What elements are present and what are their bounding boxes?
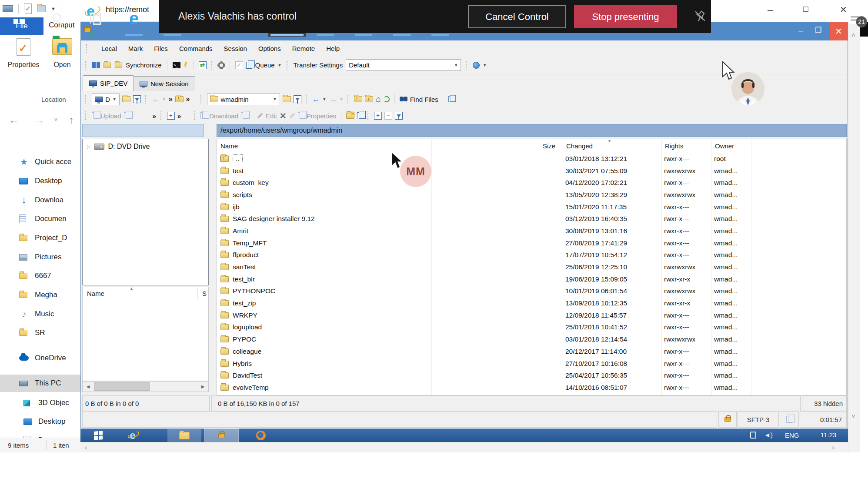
file-row[interactable]: test_zip13/09/2018 10:12:35rwxr-xr-xwmad… [217, 297, 846, 309]
download-background-icon[interactable] [241, 112, 247, 119]
upload-icon[interactable] [92, 112, 98, 119]
encryption-lock-cell[interactable] [718, 411, 737, 428]
forward-arrow-icon[interactable]: → [34, 114, 44, 126]
file-name[interactable]: test_blr [233, 275, 255, 283]
file-row[interactable]: SAG designer installer 9.1203/12/2019 16… [217, 213, 846, 225]
toolbar-grip[interactable] [466, 61, 468, 70]
file-name[interactable]: evolveTemp [233, 384, 269, 392]
stop-presenting-button[interactable]: Stop presenting [574, 5, 677, 28]
up-arrow-icon[interactable]: ↑ [69, 114, 74, 126]
tab-sip-dev[interactable]: SIP_DEV [83, 75, 134, 91]
file-name[interactable]: test_zip [233, 299, 256, 307]
file-name[interactable]: colleague [233, 348, 261, 355]
copy-icon[interactable] [357, 112, 363, 119]
toolbar-grip[interactable] [85, 111, 87, 120]
sidebar-item-desktop[interactable]: Desktop [0, 172, 80, 190]
select-add-icon[interactable]: + [374, 112, 382, 120]
column-header-rights[interactable]: Rights [665, 142, 684, 150]
duplicate-session-icon[interactable] [448, 96, 454, 102]
cancel-control-button[interactable]: Cancel Control [468, 5, 566, 28]
sidebar-item-downloa[interactable]: Downloa [0, 191, 80, 209]
synchronize-icon[interactable] [115, 62, 122, 68]
browser-vertical-scrollbar[interactable]: ˄ ˅ [848, 22, 860, 452]
sidebar-item-music[interactable]: Music [0, 305, 80, 323]
cmd-overflow-chevron[interactable]: » [177, 112, 181, 120]
file-row[interactable]: logupload25/01/2018 10:41:52rwxr-x---wma… [217, 322, 846, 334]
menu-item-options[interactable]: Options [258, 45, 281, 52]
refresh-panels-icon[interactable]: ⇄ [199, 61, 207, 69]
file-name[interactable]: logupload [233, 323, 262, 331]
menu-item-mark[interactable]: Mark [128, 45, 143, 52]
refresh-icon[interactable] [384, 96, 390, 102]
synchronize-label[interactable]: Synchronize [126, 61, 162, 69]
sidebar-item-quick-acce[interactable]: Quick acce [0, 153, 80, 171]
file-row[interactable]: ffproduct17/07/2019 10:54:12rwxr-x---wma… [217, 249, 846, 261]
column-header-size[interactable]: Size [543, 142, 555, 150]
column-header-changed[interactable]: Changed [566, 142, 593, 150]
open-ribbon-button[interactable]: Open [47, 38, 77, 69]
file-row[interactable]: Temp_MFT27/08/2019 17:41:29rwxr-x---wmad… [217, 237, 846, 249]
back-arrow-icon[interactable]: ← [9, 114, 19, 126]
sidebar-item-this-pc[interactable]: This PC [0, 375, 80, 392]
session-globe-icon[interactable] [473, 62, 480, 69]
download-label[interactable]: Download [209, 112, 238, 120]
local-name-column-header[interactable]: Name [87, 290, 104, 297]
toolbar-grip[interactable] [200, 95, 203, 104]
find-files-label[interactable]: Find Files [410, 96, 438, 103]
file-name[interactable]: scripts [233, 191, 252, 199]
file-row[interactable]: colleague20/12/2017 11:14:00rwxr-x---wma… [217, 345, 846, 358]
tab-new-session[interactable]: New Session [133, 76, 195, 91]
local-back-dropdown-icon[interactable]: ▼ [162, 97, 166, 101]
file-row[interactable]: evolveTemp14/10/2016 08:51:07rwxr-x---wm… [217, 382, 846, 394]
open-remote-dir-icon[interactable] [283, 96, 291, 102]
file-name[interactable]: PYTHONPOC [233, 287, 275, 295]
preferences-gear-icon[interactable] [218, 62, 224, 68]
parent-directory-icon[interactable] [354, 96, 362, 102]
properties-label[interactable]: Properties [307, 112, 336, 120]
remote-forward-dropdown-icon[interactable]: ▼ [339, 97, 343, 101]
unpin-banner-icon[interactable] [694, 10, 707, 24]
local-back-icon[interactable]: ← [152, 95, 160, 104]
local-filter-icon[interactable] [133, 95, 141, 103]
local-path-bar[interactable] [82, 124, 204, 137]
scroll-thumb[interactable] [94, 382, 150, 391]
taskbar-button-search[interactable] [38, 0, 77, 37]
toolbar-grip[interactable] [86, 44, 88, 53]
queue-dropdown-icon[interactable]: ▼ [278, 63, 282, 67]
toolbar-grip[interactable] [160, 111, 163, 120]
commands-icon[interactable] [184, 62, 188, 69]
protocol-cell[interactable]: SFTP-3 [738, 411, 779, 428]
new-folder-icon[interactable] [346, 113, 354, 119]
connection-icon-cell[interactable] [780, 411, 799, 428]
remote-forward-icon[interactable]: → [329, 95, 337, 104]
file-name[interactable]: Hybris [233, 360, 252, 368]
wifi-icon[interactable] [744, 14, 755, 23]
select-remove-icon[interactable]: − [384, 112, 392, 120]
file-name[interactable]: Amrit [233, 227, 248, 235]
edit-label[interactable]: Edit [266, 112, 277, 120]
remote-keyboard-tray-icon[interactable] [750, 432, 756, 439]
taskbar-button-start[interactable] [0, 0, 38, 37]
toolbar-grip[interactable] [347, 95, 350, 104]
download-icon[interactable] [200, 112, 207, 119]
history-chevron-icon[interactable]: ˅ [54, 116, 58, 123]
properties-ribbon-button[interactable]: ✓ Properties [3, 38, 43, 69]
file-name[interactable]: sanTest [233, 263, 256, 271]
sidebar-item-megha[interactable]: Megha [0, 286, 80, 304]
sidebar-item-documen[interactable]: Documen [0, 210, 80, 228]
file-name[interactable]: Temp_MFT [233, 239, 267, 247]
local-tree[interactable]: ▷ D: DVD Drive [82, 139, 209, 285]
sidebar-item-project-d[interactable]: Project_D [0, 229, 80, 247]
column-header-name[interactable]: Name [220, 142, 238, 150]
delete-icon[interactable]: ✕ [280, 111, 287, 121]
file-name[interactable]: test [233, 167, 244, 175]
compare-panels-icon[interactable] [92, 62, 100, 68]
remote-path-bar[interactable]: /export/home/users/wmgroup/wmadmin [217, 124, 847, 137]
dvd-drive-label[interactable]: D: DVD Drive [108, 143, 150, 151]
file-name[interactable]: PYPOC [233, 335, 256, 343]
battery-icon[interactable] [721, 15, 733, 21]
file-name[interactable]: WRKPY [233, 311, 257, 319]
taskbar-button-edge[interactable] [115, 0, 153, 37]
menu-item-help[interactable]: Help [326, 45, 340, 52]
sync-browsing-icon[interactable] [103, 62, 111, 68]
